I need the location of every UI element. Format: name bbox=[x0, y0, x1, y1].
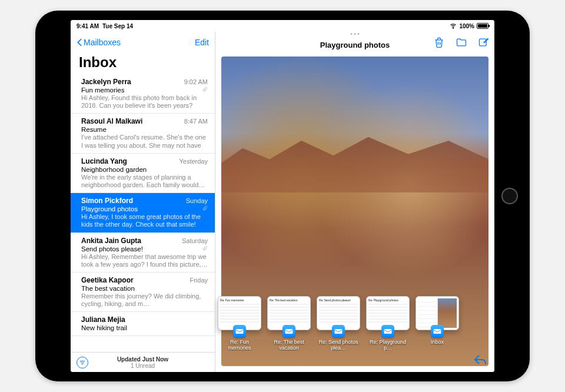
reply-button[interactable] bbox=[473, 353, 487, 367]
mail-sidebar: Mailboxes Edit Inbox Jackelyn Perra9:02 … bbox=[71, 32, 215, 372]
battery-icon bbox=[477, 23, 488, 29]
mail-time: 8:47 AM bbox=[184, 118, 208, 125]
mail-sender: Rasoul Al Malkawi bbox=[81, 117, 142, 125]
mail-sender: Ankita Jain Gupta bbox=[81, 237, 141, 245]
shelf-label: Re: The best vacation bbox=[267, 340, 311, 351]
folder-icon bbox=[456, 36, 467, 48]
wifi-icon bbox=[450, 22, 457, 29]
shelf-window[interactable]: Re: Send photos please!Re: Send photos p… bbox=[317, 296, 360, 351]
svg-point-0 bbox=[453, 28, 454, 28]
mail-preview: Remember this journey? We did climbing, … bbox=[81, 293, 208, 308]
mail-subject: Resume bbox=[81, 126, 208, 133]
shelf-label: Re: Send photos plea… bbox=[317, 340, 360, 351]
app-shelf: Re: Fun memoriesRe: Fun memoriesRe: The … bbox=[218, 296, 459, 351]
status-bar: 9:41 AM Tue Sep 14 100% bbox=[71, 20, 494, 32]
attachment-icon bbox=[202, 205, 208, 212]
shelf-window[interactable]: Re: Playground photosRe: Playground p… bbox=[366, 296, 410, 351]
mail-preview: Hi Ashley, Found this photo from back in… bbox=[81, 94, 208, 109]
shelf-window[interactable]: Re: The best vacationRe: The best vacati… bbox=[267, 296, 311, 351]
shelf-label: Re: Fun memories bbox=[218, 340, 261, 351]
chevron-left-icon bbox=[77, 38, 82, 46]
trash-icon bbox=[433, 36, 445, 48]
edit-button[interactable]: Edit bbox=[195, 38, 209, 47]
reply-icon bbox=[473, 353, 487, 367]
svg-rect-3 bbox=[285, 329, 293, 334]
mail-time: Friday bbox=[190, 277, 208, 284]
status-date: Tue Sep 14 bbox=[102, 23, 133, 29]
mail-sender: Juliana Mejia bbox=[81, 315, 125, 324]
mail-preview: I've attached Carol's resume. She's the … bbox=[81, 134, 208, 149]
mail-app-icon bbox=[282, 325, 295, 338]
mail-subject: Neighborhood garden bbox=[81, 166, 208, 173]
mail-preview: Hi Ashley, I took some great photos of t… bbox=[81, 213, 208, 228]
mail-sender: Simon Pickford bbox=[81, 197, 133, 205]
mail-nav: Mailboxes Edit bbox=[71, 32, 215, 53]
screen: 9:41 AM Tue Sep 14 100% Mailbo bbox=[71, 20, 494, 372]
filter-button[interactable] bbox=[77, 357, 88, 368]
inbox-title: Inbox bbox=[71, 53, 215, 74]
trash-button[interactable] bbox=[433, 36, 445, 48]
home-button[interactable] bbox=[501, 188, 518, 204]
mail-app-icon bbox=[381, 325, 394, 338]
ipad-frame: 9:41 AM Tue Sep 14 100% Mailbo bbox=[35, 11, 530, 381]
mail-footer: Updated Just Now 1 Unread bbox=[71, 352, 215, 372]
mail-sender: Geetika Kapoor bbox=[81, 276, 134, 284]
shelf-label: Re: Playground p… bbox=[366, 340, 410, 351]
shelf-label: Inbox bbox=[431, 340, 444, 345]
svg-rect-6 bbox=[434, 329, 441, 334]
shelf-window[interactable]: Re: Fun memoriesRe: Fun memories bbox=[218, 296, 261, 351]
mail-time: Yesterday bbox=[179, 158, 208, 165]
mail-item[interactable]: Simon PickfordSundayPlayground photosHi … bbox=[71, 193, 215, 232]
mail-sender: Lucinda Yang bbox=[81, 157, 127, 165]
compose-icon bbox=[478, 36, 490, 48]
mail-list[interactable]: Jackelyn Perra9:02 AMFun memoriesHi Ashl… bbox=[71, 74, 215, 352]
mail-subject: The best vacation bbox=[81, 285, 208, 292]
mail-sender: Jackelyn Perra bbox=[81, 78, 131, 86]
mail-subject: New hiking trail bbox=[81, 324, 208, 331]
attachment-icon bbox=[202, 87, 208, 94]
mail-item[interactable]: Geetika KapoorFridayThe best vacationRem… bbox=[71, 273, 215, 312]
detail-title: Playground photos bbox=[320, 41, 390, 49]
mail-app-icon bbox=[332, 325, 345, 338]
svg-rect-5 bbox=[384, 329, 392, 334]
mail-app-icon bbox=[431, 325, 444, 338]
mail-subject: Fun memories bbox=[81, 87, 208, 94]
mail-item[interactable]: Jackelyn Perra9:02 AMFun memoriesHi Ashl… bbox=[71, 74, 215, 114]
mail-item[interactable]: Lucinda YangYesterdayNeighborhood garden… bbox=[71, 154, 215, 193]
mail-item[interactable]: Juliana MejiaNew hiking trail bbox=[71, 312, 215, 336]
footer-unread: 1 Unread bbox=[117, 363, 168, 369]
mail-item[interactable]: Ankita Jain GuptaSaturdaySend photos ple… bbox=[71, 233, 215, 273]
svg-rect-2 bbox=[236, 329, 244, 334]
battery-percent: 100% bbox=[459, 23, 474, 29]
status-time: 9:41 AM bbox=[77, 23, 99, 29]
shelf-window[interactable]: Inbox bbox=[416, 296, 459, 351]
filter-icon bbox=[79, 360, 85, 366]
multitask-dots-icon[interactable] bbox=[351, 33, 360, 35]
mail-subject: Playground photos bbox=[81, 205, 208, 212]
detail-toolbar: Playground photos bbox=[215, 32, 494, 53]
attachment-icon bbox=[202, 245, 208, 253]
mail-time: 9:02 AM bbox=[184, 78, 208, 85]
mailboxes-back-button[interactable]: Mailboxes bbox=[77, 38, 121, 47]
move-folder-button[interactable] bbox=[456, 36, 467, 48]
mail-item[interactable]: Rasoul Al Malkawi8:47 AMResumeI've attac… bbox=[71, 114, 215, 153]
mail-preview: Hi Ashley, Remember that awesome trip we… bbox=[81, 253, 208, 268]
mail-time: Saturday bbox=[182, 237, 208, 244]
mail-app-icon bbox=[233, 325, 246, 338]
compose-button[interactable] bbox=[478, 36, 490, 48]
mail-subject: Send photos please! bbox=[81, 245, 208, 253]
mail-time: Sunday bbox=[186, 197, 208, 204]
svg-rect-4 bbox=[335, 329, 343, 334]
footer-updated: Updated Just Now bbox=[117, 356, 168, 363]
mail-preview: We're in the early stages of planning a … bbox=[81, 174, 208, 189]
